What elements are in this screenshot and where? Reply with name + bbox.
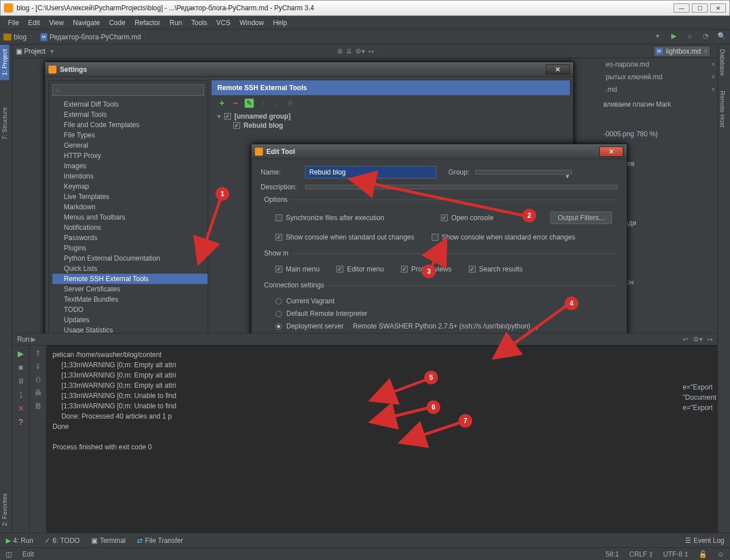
tab-remote-host[interactable]: Remote Host (718, 86, 727, 132)
project-tool-label[interactable]: ▣ Project (16, 47, 46, 55)
settings-item[interactable]: Menus and Toolbars (52, 212, 208, 222)
search-results-checkbox[interactable] (469, 266, 476, 273)
menu-navigate[interactable]: Navigate (70, 18, 103, 28)
rerun-button[interactable]: ▶ (18, 349, 24, 358)
minimize-button[interactable]: — (674, 3, 690, 13)
name-input[interactable]: Rebuid blog (305, 166, 436, 178)
gear-icon[interactable]: ⚙▾ (693, 335, 703, 343)
settings-item[interactable]: External Diff Tools (52, 99, 208, 109)
settings-item-selected[interactable]: Remote SSH External Tools (52, 274, 208, 284)
editor-tab-lightbox[interactable]: M lightbox.md × (653, 46, 711, 57)
tab-structure[interactable]: 7: Structure (0, 103, 9, 144)
settings-item[interactable]: TextMate Bundles (52, 294, 208, 305)
settings-item[interactable]: Intentions (52, 171, 208, 181)
dump-button[interactable]: ⤵ (19, 390, 23, 399)
bg-file-row[interactable]: рытых ключей.md× (603, 71, 717, 83)
menu-edit[interactable]: Edit (25, 18, 43, 28)
down-stack-icon[interactable]: ⇓ (35, 362, 41, 371)
view-mode-dropdown[interactable]: ▾ (50, 47, 54, 55)
remote-interp-radio[interactable] (275, 311, 282, 317)
settings-item[interactable]: Server Certificates (52, 284, 208, 294)
tool-group[interactable]: ▾ [unnamed group] (217, 111, 564, 121)
run-header-label[interactable]: Run (17, 335, 30, 343)
edit-tool-titlebar[interactable]: Edit Tool ✕ (252, 144, 627, 159)
expand-icon[interactable]: ▾ (217, 112, 221, 120)
settings-item[interactable]: Python External Documentation (52, 253, 208, 263)
breadcrumb-folder[interactable]: blog (14, 33, 27, 41)
settings-titlebar[interactable]: Settings ✕ (45, 62, 573, 77)
tab-favorites[interactable]: 2: Favorites (0, 489, 9, 530)
status-lock-icon[interactable]: 🔓 (699, 550, 707, 558)
tool-windows-icon[interactable]: ◫ (6, 550, 12, 558)
settings-item[interactable]: HTTP Proxy (52, 151, 208, 161)
status-caret-pos[interactable]: 58:1 (606, 550, 619, 558)
run-console[interactable]: pelican /home/swasher/blog/content [1;33… (47, 346, 717, 533)
hide-tool-icon[interactable]: ↦ (707, 335, 713, 343)
settings-item[interactable]: Plugins (52, 243, 208, 253)
settings-tree[interactable]: External Diff Tools External Tools File … (52, 99, 208, 340)
debug-button[interactable]: ☼ (684, 32, 695, 42)
collapse-all-icon[interactable]: ⇊ (346, 47, 352, 55)
menu-run[interactable]: Run (166, 18, 185, 28)
coverage-button[interactable]: ◔ (700, 32, 711, 42)
settings-item[interactable]: Quick Lists (52, 263, 208, 274)
menu-refactor[interactable]: Refactor (131, 18, 164, 28)
menu-code[interactable]: Code (106, 18, 129, 28)
settings-item[interactable]: Passwords (52, 233, 208, 243)
filetransfer-tab[interactable]: ⇄File Transfer (137, 537, 183, 545)
eventlog-tab[interactable]: ☰Event Log (685, 537, 724, 545)
pause-button[interactable]: ⏸ (17, 376, 25, 385)
settings-item[interactable]: Notifications (52, 222, 208, 233)
up-stack-icon[interactable]: ⇑ (35, 349, 41, 358)
edit-tool-close-button[interactable]: ✕ (599, 147, 623, 157)
run-button[interactable]: ▶ (668, 32, 679, 42)
menu-window[interactable]: Window (236, 18, 267, 28)
add-tool-button[interactable]: + (217, 99, 226, 108)
group-checkbox[interactable] (224, 113, 231, 120)
tool-item[interactable]: Rebuid blog (217, 121, 564, 129)
show-err-checkbox[interactable] (432, 234, 439, 241)
menu-tools[interactable]: Tools (188, 18, 210, 28)
terminal-tab[interactable]: ▣Terminal (91, 537, 125, 545)
run-config-dropdown[interactable]: ▾ (652, 32, 663, 42)
project-views-checkbox[interactable] (401, 266, 408, 273)
settings-item[interactable]: File Types (52, 130, 208, 140)
settings-item[interactable]: Images (52, 161, 208, 171)
settings-item[interactable]: TODO (52, 305, 208, 315)
help-icon[interactable]: ? (19, 417, 23, 427)
print-icon[interactable]: 🖶 (34, 388, 42, 397)
run-tab[interactable]: ▶4: Run (6, 537, 33, 545)
settings-item[interactable]: Updates (52, 315, 208, 325)
remove-tool-button[interactable]: − (231, 99, 240, 108)
status-inspections-icon[interactable]: ☺ (717, 550, 724, 558)
menu-file[interactable]: File (5, 18, 22, 28)
move-down-button[interactable]: ↓ (272, 99, 281, 108)
bg-file-row[interactable]: .md× (603, 83, 717, 96)
menu-vcs[interactable]: VCS (213, 18, 234, 28)
vagrant-radio[interactable] (275, 298, 282, 305)
settings-gear-icon[interactable]: ⚙▾ (355, 47, 365, 55)
group-combo[interactable] (475, 170, 572, 175)
menu-help[interactable]: Help (270, 18, 291, 28)
show-out-checkbox[interactable] (275, 234, 282, 241)
status-line-sep[interactable]: CRLF ‡ (629, 550, 652, 558)
open-console-checkbox[interactable] (441, 214, 448, 221)
editor-menu-checkbox[interactable] (336, 266, 343, 273)
bg-file-row[interactable]: es-пароля.md× (603, 58, 717, 71)
settings-close-button[interactable]: ✕ (546, 64, 570, 75)
move-up-button[interactable]: ↑ (258, 99, 267, 108)
deploy-server-radio[interactable] (275, 323, 282, 330)
delete-icon[interactable]: 🗑 (34, 401, 42, 410)
todo-tab[interactable]: ✓6: TODO (44, 537, 80, 545)
deploy-server-combo[interactable]: Remote SWASHER Python 2.7.5+ (ssh://s /u… (353, 322, 541, 330)
settings-item[interactable]: Live Templates (52, 192, 208, 202)
settings-item[interactable]: File and Code Templates (52, 120, 208, 130)
edit-tool-button[interactable]: ✎ (245, 99, 254, 108)
scroll-from-source-icon[interactable]: ⊕ (337, 47, 343, 55)
status-encoding[interactable]: UTF-8 ‡ (663, 550, 688, 558)
hide-tool-icon[interactable]: ↦ (368, 47, 374, 55)
close-button[interactable]: ✕ (710, 3, 726, 13)
stop-button[interactable]: ■ (18, 363, 23, 372)
settings-item[interactable]: Markdown (52, 202, 208, 212)
search-everywhere-button[interactable]: 🔍 (716, 32, 727, 42)
